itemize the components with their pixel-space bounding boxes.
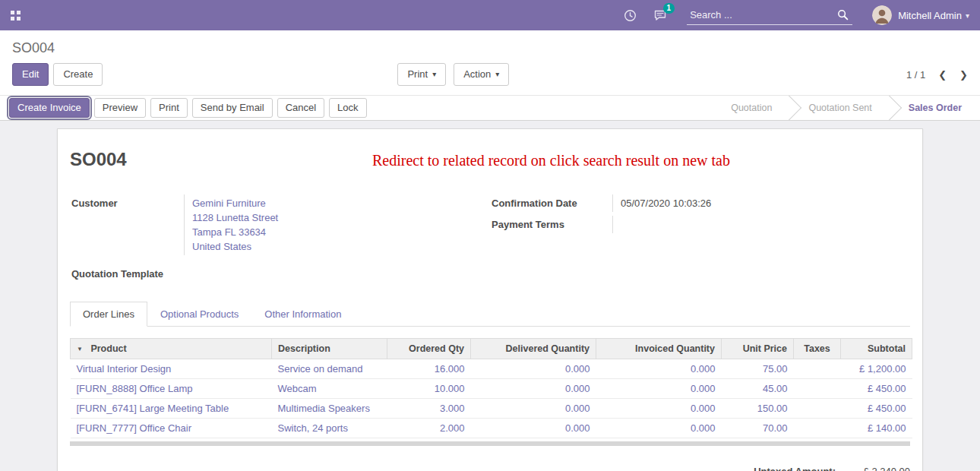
table-header-row: ▼ Product Description Ordered Qty Delive… bbox=[71, 339, 912, 359]
column-product[interactable]: ▼ Product bbox=[71, 339, 272, 359]
cell-ordered-qty: 3.000 bbox=[387, 399, 471, 419]
customer-address-line: Tampa FL 33634 bbox=[192, 225, 452, 239]
sheet: Redirect to related record on click sear… bbox=[57, 128, 923, 471]
product-link[interactable]: [FURN_7777] Office Chair bbox=[77, 422, 192, 434]
cell-unit-price: 45.00 bbox=[722, 379, 794, 399]
cell-subtotal: £ 450.00 bbox=[841, 379, 912, 399]
user-menu[interactable]: Mitchell Admin ▾ bbox=[872, 5, 969, 25]
tab-other-information[interactable]: Other Information bbox=[251, 302, 354, 327]
tab-order-lines[interactable]: Order Lines bbox=[70, 302, 147, 327]
customer-address-line: 1128 Lunetta Street bbox=[192, 210, 452, 225]
tab-optional-products[interactable]: Optional Products bbox=[147, 302, 251, 327]
cell-taxes bbox=[794, 399, 841, 419]
search-icon[interactable] bbox=[837, 9, 849, 23]
messages-icon[interactable]: 1 bbox=[653, 9, 667, 21]
customer-link[interactable]: Gemini Furniture bbox=[192, 198, 266, 209]
table-row[interactable]: Virtual Interior Design Service on deman… bbox=[71, 359, 912, 379]
quotation-template-label: Quotation Template bbox=[70, 265, 184, 283]
preview-button[interactable]: Preview bbox=[94, 98, 146, 118]
action-dropdown-button[interactable]: Action ▾ bbox=[454, 63, 509, 86]
column-subtotal[interactable]: Subtotal bbox=[841, 339, 912, 359]
cell-description: Multimedia Speakers bbox=[272, 399, 387, 419]
totals: Untaxed Amount: £ 2,240.00 bbox=[70, 466, 910, 471]
product-link[interactable]: [FURN_8888] Office Lamp bbox=[77, 383, 193, 394]
create-button[interactable]: Create bbox=[53, 63, 103, 86]
cell-subtotal: £ 1,200.00 bbox=[841, 359, 912, 379]
control-panel: SO004 Edit Create Print ▾ Action ▾ 1 / 1… bbox=[0, 30, 980, 95]
payment-terms-value bbox=[612, 216, 880, 233]
chevron-down-icon: ▾ bbox=[432, 70, 436, 80]
cell-ordered-qty: 2.000 bbox=[387, 419, 471, 438]
cell-taxes bbox=[794, 359, 841, 379]
payment-terms-label: Payment Terms bbox=[490, 216, 612, 233]
form-view: Redirect to related record on click sear… bbox=[0, 121, 980, 471]
product-link[interactable]: Virtual Interior Design bbox=[77, 363, 172, 375]
chevron-down-icon: ▾ bbox=[495, 70, 499, 80]
untaxed-amount-label: Untaxed Amount: bbox=[754, 466, 836, 471]
cell-unit-price: 150.00 bbox=[722, 399, 794, 419]
pager-previous-icon[interactable]: ❮ bbox=[938, 69, 947, 81]
column-delivered-quantity[interactable]: Delivered Quantity bbox=[471, 339, 596, 359]
cell-unit-price: 75.00 bbox=[722, 359, 794, 379]
top-navbar: 1 Mitchell Admin ▾ bbox=[0, 0, 980, 30]
cell-invoiced-qty: 0.000 bbox=[596, 359, 722, 379]
cell-taxes bbox=[794, 379, 841, 399]
activities-clock-icon[interactable] bbox=[624, 9, 637, 22]
customer-address-line: United States bbox=[192, 239, 452, 254]
cell-ordered-qty: 10.000 bbox=[387, 379, 471, 399]
cell-description: Service on demand bbox=[272, 359, 387, 379]
customer-label: Customer bbox=[70, 194, 184, 255]
state-quotation[interactable]: Quotation bbox=[713, 96, 790, 120]
pager-value: 1 / 1 bbox=[906, 69, 925, 81]
column-description[interactable]: Description bbox=[272, 339, 387, 359]
global-search bbox=[687, 5, 852, 25]
table-horizontal-scrollbar[interactable] bbox=[70, 441, 910, 446]
statusbar: Create Invoice Preview Print Send by Ema… bbox=[0, 95, 980, 121]
quotation-template-value bbox=[184, 265, 460, 283]
edit-button[interactable]: Edit bbox=[12, 63, 49, 86]
print-button[interactable]: Print bbox=[150, 98, 188, 118]
print-dropdown-button[interactable]: Print ▾ bbox=[397, 63, 446, 86]
table-row[interactable]: [FURN_7777] Office Chair Switch, 24 port… bbox=[71, 419, 912, 438]
untaxed-amount-value: £ 2,240.00 bbox=[836, 466, 910, 471]
user-name: Mitchell Admin bbox=[898, 10, 962, 21]
notebook: Order Lines Optional Products Other Info… bbox=[70, 301, 910, 471]
cell-delivered-qty: 0.000 bbox=[471, 379, 596, 399]
cell-subtotal: £ 450.00 bbox=[841, 399, 912, 419]
cell-invoiced-qty: 0.000 bbox=[596, 399, 722, 419]
table-row[interactable]: [FURN_8888] Office Lamp Webcam 10.000 0.… bbox=[71, 379, 912, 399]
column-taxes[interactable]: Taxes bbox=[794, 339, 841, 359]
state-quotation-sent[interactable]: Quotation Sent bbox=[790, 96, 890, 120]
cell-delivered-qty: 0.000 bbox=[471, 419, 596, 438]
lock-button[interactable]: Lock bbox=[329, 98, 366, 118]
confirmation-date-label: Confirmation Date bbox=[490, 194, 612, 212]
search-input[interactable] bbox=[687, 5, 852, 25]
column-invoiced-quantity[interactable]: Invoiced Quantity bbox=[596, 339, 722, 359]
cell-taxes bbox=[794, 419, 841, 438]
confirmation-date-value: 05/07/2020 10:03:26 bbox=[612, 194, 880, 212]
cell-description: Switch, 24 ports bbox=[272, 419, 387, 438]
user-avatar bbox=[872, 5, 892, 25]
column-unit-price[interactable]: Unit Price bbox=[722, 339, 794, 359]
column-ordered-qty[interactable]: Ordered Qty bbox=[387, 339, 471, 359]
create-invoice-button[interactable]: Create Invoice bbox=[9, 98, 90, 118]
cell-description: Webcam bbox=[272, 379, 387, 399]
cancel-button[interactable]: Cancel bbox=[277, 98, 324, 118]
messages-badge: 1 bbox=[663, 3, 675, 14]
send-by-email-button[interactable]: Send by Email bbox=[192, 98, 273, 118]
cell-invoiced-qty: 0.000 bbox=[596, 379, 722, 399]
pager-next-icon[interactable]: ❯ bbox=[959, 69, 968, 81]
customer-value: Gemini Furniture 1128 Lunetta Street Tam… bbox=[184, 194, 460, 255]
apps-menu-icon[interactable] bbox=[11, 11, 21, 21]
cell-invoiced-qty: 0.000 bbox=[596, 419, 722, 438]
cell-unit-price: 70.00 bbox=[722, 419, 794, 438]
product-link[interactable]: [FURN_6741] Large Meeting Table bbox=[77, 403, 229, 414]
table-row[interactable]: [FURN_6741] Large Meeting Table Multimed… bbox=[71, 399, 912, 419]
cell-ordered-qty: 16.000 bbox=[387, 359, 471, 379]
annotation-overlay: Redirect to related record on click sear… bbox=[372, 152, 730, 169]
state-sales-order[interactable]: Sales Order bbox=[890, 96, 980, 120]
chevron-down-icon: ▾ bbox=[966, 11, 969, 20]
column-options-icon[interactable]: ▼ bbox=[77, 346, 83, 352]
cell-subtotal: £ 140.00 bbox=[841, 419, 912, 438]
state-pipeline: Quotation Quotation Sent Sales Order bbox=[713, 96, 980, 120]
